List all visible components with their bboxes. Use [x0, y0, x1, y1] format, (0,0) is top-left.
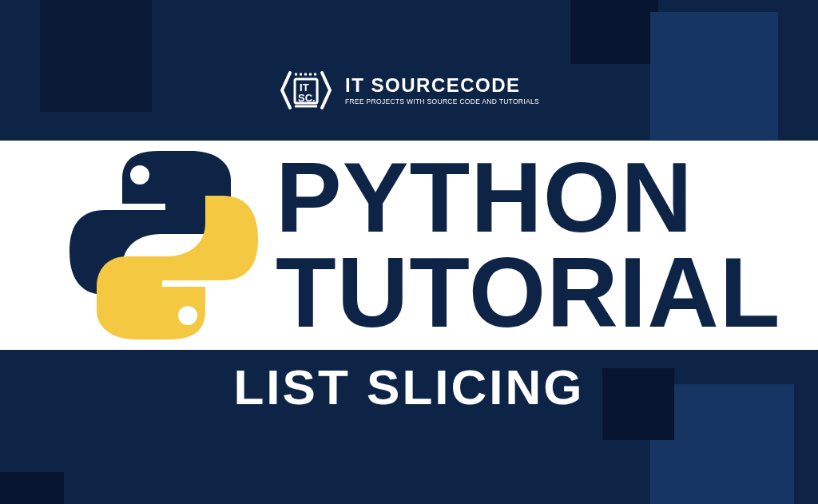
decoration-square [40, 0, 152, 112]
decoration-square [650, 12, 778, 140]
brand-logo-icon: IT SC. [279, 68, 333, 113]
python-logo-icon [60, 141, 268, 349]
title-line-1: PYTHON [276, 150, 781, 245]
svg-point-6 [178, 306, 197, 325]
subtitle-band: LIST SLICING [0, 355, 818, 418]
main-title: PYTHON TUTORIAL [276, 150, 781, 340]
decoration-square [0, 472, 64, 504]
brand-header: IT SC. IT SOURCECODE FREE PROJECTS WITH … [279, 68, 539, 113]
brand-text: IT SOURCECODE FREE PROJECTS WITH SOURCE … [345, 76, 539, 105]
brand-subtitle: FREE PROJECTS WITH SOURCE CODE AND TUTOR… [345, 97, 539, 105]
title-line-2: TUTORIAL [276, 245, 781, 340]
main-title-band: PYTHON TUTORIAL [0, 141, 818, 350]
svg-point-5 [130, 165, 149, 185]
subtitle-text: LIST SLICING [234, 359, 585, 415]
brand-title: IT SOURCECODE [345, 76, 539, 95]
decoration-square [570, 0, 658, 64]
svg-text:SC.: SC. [298, 92, 316, 104]
